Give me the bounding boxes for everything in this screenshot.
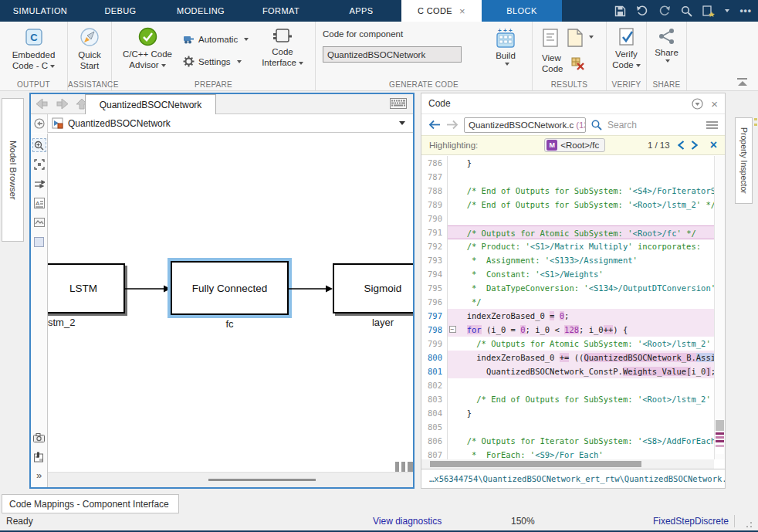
panel-menu-icon[interactable] (692, 98, 703, 110)
search-icon[interactable] (591, 120, 602, 130)
forward-icon[interactable] (56, 98, 69, 110)
view-diagnostics-link[interactable]: View diagnostics (373, 516, 442, 527)
collapse-ribbon-icon[interactable] (737, 78, 747, 86)
code-line[interactable]: 788 /* End of Outputs for SubSystem: '<S… (421, 184, 714, 198)
next-match-icon[interactable] (691, 141, 698, 150)
code-line[interactable]: 799 /* Outputs for Atomic SubSystem: '<R… (421, 337, 714, 351)
model-canvas[interactable]: LSTM stm_2 Fully Connected fc Sigmoid la… (48, 134, 413, 487)
line-number[interactable]: 787 (421, 170, 448, 184)
tab-format[interactable]: FORMAT (241, 0, 321, 22)
signal-routing-icon[interactable] (32, 177, 46, 191)
share-button[interactable]: Share (647, 27, 686, 63)
code-line[interactable]: 807 * ForEach: '<S9>/For Each' (421, 448, 714, 459)
annotation-icon[interactable]: A (32, 196, 46, 210)
code-line[interactable]: 805 (421, 420, 714, 434)
code-line[interactable]: 802 (421, 378, 714, 392)
tab-c-code[interactable]: C CODE × (401, 0, 482, 22)
block-sigmoid[interactable]: Sigmoid (333, 263, 413, 313)
tab-debug[interactable]: DEBUG (80, 0, 161, 22)
search-input[interactable] (606, 119, 668, 131)
code-line[interactable]: 792 /* Product: '<S1>/Matrix Multiply' i… (421, 239, 714, 253)
code-mappings-bar[interactable]: Code Mappings - Component Interface (2, 494, 179, 513)
model-browser-tab[interactable]: Model Browser (2, 98, 24, 242)
file-selector-dropdown[interactable]: QuantizedBSOCNetwork.c (13) (464, 117, 586, 133)
resize-grip[interactable] (744, 520, 752, 527)
code-hscrollbar[interactable] (421, 459, 714, 469)
code-forward-icon[interactable] (446, 120, 459, 130)
build-button[interactable]: +++ Build (487, 27, 524, 66)
property-inspector-tab[interactable]: Property Inspector (735, 117, 753, 204)
code-line[interactable]: 804 } (421, 406, 714, 420)
search-icon[interactable] (681, 5, 692, 17)
more-options-icon[interactable]: ••• (739, 5, 752, 16)
code-line[interactable]: 793 * Assignment: '<S133>/Assignment' (421, 253, 714, 267)
remove-highlighting-icon[interactable] (571, 57, 585, 71)
breadcrumb-dropdown-icon[interactable] (399, 121, 405, 125)
fold-toggle-icon[interactable]: − (448, 323, 457, 337)
tab-block[interactable]: BLOCK (482, 0, 562, 22)
line-number[interactable]: 807 (421, 448, 448, 459)
embedded-code-button[interactable]: C Embedded Code - C (0, 27, 67, 72)
automatic-button[interactable]: Automatic (183, 34, 249, 44)
block-lstm[interactable]: LSTM (48, 263, 125, 313)
block-sigmoid-name[interactable]: layer (333, 317, 413, 328)
code-hscroll-thumb[interactable] (430, 461, 641, 467)
settings-button[interactable]: Settings (183, 56, 242, 67)
line-number[interactable]: 797 (421, 309, 448, 323)
view-code-doc-icon[interactable] (542, 28, 560, 48)
line-number[interactable]: 805 (421, 420, 448, 434)
code-vscrollbar[interactable] (714, 156, 725, 459)
previous-match-icon[interactable] (678, 141, 685, 150)
variant-legend-icon[interactable] (32, 450, 46, 464)
clear-highlighting-icon[interactable]: × (710, 139, 717, 151)
quick-start-button[interactable]: Quick Start (68, 27, 111, 72)
close-panel-icon[interactable]: × (711, 98, 718, 110)
code-line[interactable]: 787 (421, 170, 714, 184)
line-number[interactable]: 789 (421, 198, 448, 212)
close-c-code-tab-icon[interactable]: × (459, 6, 465, 16)
tab-apps[interactable]: APPS (321, 0, 401, 22)
view-code-label[interactable]: View Code (542, 53, 573, 75)
line-number[interactable]: 793 (421, 253, 448, 267)
fit-to-view-icon[interactable] (32, 158, 46, 171)
code-line[interactable]: 794 * Constant: '<S1>/Weights' (421, 267, 714, 281)
canvas-doc-tab[interactable]: QuantizedBSOCNetwork (85, 94, 216, 114)
canvas-hscroll-thumb[interactable] (208, 479, 316, 481)
image-annotation-icon[interactable] (32, 215, 46, 229)
highlight-target-pill[interactable]: M <Root>/fc (544, 138, 605, 152)
highlight-star-icon[interactable] (702, 5, 715, 17)
line-number[interactable]: 798 (421, 323, 448, 337)
code-back-icon[interactable] (428, 120, 441, 130)
line-number[interactable]: 794 (421, 267, 448, 281)
code-line[interactable]: 790 (421, 212, 714, 225)
code-line[interactable]: 800 indexZeroBased_0 += ((QuantizedBSOCN… (421, 351, 714, 364)
camera-icon[interactable] (32, 431, 46, 445)
tab-simulation[interactable]: SIMULATION (0, 0, 80, 22)
line-number[interactable]: 801 (421, 364, 448, 378)
code-line[interactable]: 798− for (i_0 = 0; i_0 < 128; i_0++) { (421, 323, 714, 337)
palette-collapse-button[interactable] (31, 114, 48, 133)
results-dropdown-caret-icon[interactable] (589, 36, 594, 39)
line-number[interactable]: 803 (421, 392, 448, 406)
code-line[interactable]: 803 /* End of Outputs for SubSystem: '<R… (421, 392, 714, 406)
line-number[interactable]: 790 (421, 212, 448, 225)
code-line[interactable]: 801 QuantizedBSOCNetwork_ConstP.Weights_… (421, 364, 714, 378)
line-number[interactable]: 799 (421, 337, 448, 351)
block-fully-connected-name[interactable]: fc (171, 318, 289, 330)
line-number[interactable]: 796 (421, 295, 448, 309)
line-number[interactable]: 806 (421, 434, 448, 448)
qab-dropdown-caret-icon[interactable] (725, 9, 729, 12)
palette-expand-icon[interactable]: » (31, 469, 47, 481)
line-number[interactable]: 786 (421, 156, 448, 170)
code-advisor-button[interactable]: C/C++ Code Advisor (118, 27, 177, 71)
component-name-input[interactable] (323, 46, 462, 63)
canvas-hscrollbar[interactable] (48, 472, 413, 487)
line-number[interactable]: 791 (421, 225, 448, 239)
block-fully-connected[interactable]: Fully Connected (171, 261, 289, 315)
code-line[interactable]: 791 /* Outputs for Atomic SubSystem: '<R… (421, 225, 714, 239)
code-options-menu-icon[interactable] (706, 120, 718, 130)
code-line[interactable]: 786 } (421, 156, 714, 170)
code-line[interactable]: 797 indexZeroBased_0 = 0; (421, 309, 714, 323)
save-icon[interactable] (614, 5, 626, 17)
code-line[interactable]: 806 /* Outputs for Iterator SubSystem: '… (421, 434, 714, 448)
